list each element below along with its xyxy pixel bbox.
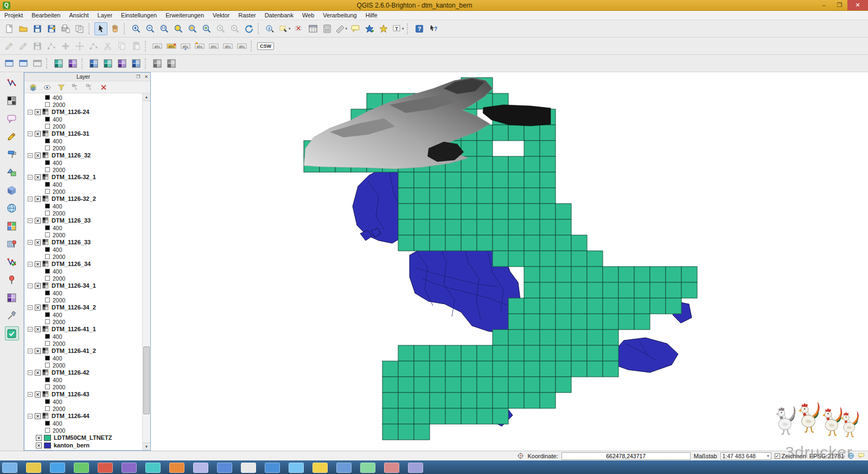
taskbar-app-icon[interactable] bbox=[408, 463, 423, 473]
new-spatialite-layer-button[interactable] bbox=[5, 273, 19, 287]
label-change-button[interactable]: abc bbox=[235, 40, 248, 53]
layer-checkbox[interactable]: ✕ bbox=[35, 239, 41, 245]
render-checkbox[interactable]: ✓ Zeichnen bbox=[775, 453, 806, 459]
copy-features-button[interactable] bbox=[116, 40, 129, 53]
delete-selected-button[interactable] bbox=[87, 40, 100, 53]
taskbar-app-icon[interactable] bbox=[312, 463, 328, 473]
minimize-button[interactable]: – bbox=[816, 0, 832, 10]
composer-manager-button[interactable] bbox=[73, 22, 86, 35]
db-tool-3-button[interactable] bbox=[116, 57, 129, 70]
label-settings-button[interactable]: abc bbox=[151, 40, 164, 53]
taskbar-app-icon[interactable] bbox=[193, 463, 208, 473]
label-show-hide-button[interactable]: abc bbox=[207, 40, 220, 53]
layer-tree-item[interactable]: − ✕ DTM_1126_32 bbox=[24, 151, 142, 159]
pan-map-button[interactable] bbox=[108, 22, 122, 35]
collapse-icon[interactable]: − bbox=[28, 240, 33, 245]
menu-projekt[interactable]: Projekt bbox=[0, 11, 27, 19]
new-shapefile-layer-button[interactable] bbox=[5, 255, 19, 269]
layer-checkbox[interactable]: ✕ bbox=[35, 196, 41, 202]
layer-tree-item[interactable]: − ✕ DTM_1126-44 bbox=[24, 412, 142, 420]
add-csw-layer-button[interactable] bbox=[5, 290, 19, 305]
label-highlight-button[interactable]: abc bbox=[165, 40, 178, 53]
spatial-query-button[interactable] bbox=[165, 57, 178, 70]
layer-checkbox[interactable]: ✕ bbox=[35, 413, 41, 419]
menu-layer[interactable]: Layer bbox=[93, 11, 117, 19]
text-annotation-button[interactable]: T▾ bbox=[391, 22, 405, 35]
identify-features-button[interactable]: i bbox=[264, 22, 277, 35]
add-wms-layer-button[interactable] bbox=[5, 183, 19, 197]
add-spatialite-layer-button[interactable] bbox=[5, 129, 19, 143]
collapse-icon[interactable]: − bbox=[28, 370, 33, 375]
db-tool-4-button[interactable] bbox=[130, 57, 143, 70]
db-tool-1-button[interactable] bbox=[87, 57, 100, 70]
select-features-button[interactable]: ▾ bbox=[278, 22, 291, 35]
menu-hilfe[interactable]: Hilfe bbox=[361, 11, 382, 19]
open-attribute-table-button[interactable] bbox=[307, 22, 320, 35]
layer-checkbox[interactable]: ✕ bbox=[35, 153, 41, 159]
collapse-icon[interactable]: − bbox=[28, 197, 33, 201]
coordinate-input[interactable] bbox=[561, 452, 691, 460]
layer-tree-item[interactable]: − ✕ DTM_1126_33 bbox=[24, 217, 142, 224]
add-oracle-layer-button[interactable] bbox=[5, 165, 19, 179]
zoom-out-button[interactable] bbox=[144, 22, 157, 35]
layer-tree-item[interactable]: − ✕ DTM_1126_34 bbox=[24, 260, 142, 268]
panel-float-button[interactable]: ❐ bbox=[134, 73, 142, 80]
cut-features-button[interactable] bbox=[101, 40, 114, 53]
taskbar-app-icon[interactable] bbox=[145, 463, 161, 473]
scroll-up-arrow[interactable]: ▲ bbox=[143, 93, 150, 101]
menu-erweiterungen[interactable]: Erweiterungen bbox=[161, 11, 208, 19]
map-canvas[interactable] bbox=[151, 72, 868, 451]
crs-status-button[interactable]: EPSG:21781 bbox=[809, 453, 844, 459]
expand-all-button[interactable] bbox=[70, 83, 81, 92]
layer-tree-item[interactable]: − ✕ DTM_1126-34_1 bbox=[24, 282, 142, 289]
collapse-icon[interactable]: − bbox=[28, 327, 33, 332]
panel-close-button[interactable]: ✕ bbox=[142, 73, 150, 80]
open-project-button[interactable] bbox=[17, 22, 30, 35]
maximize-button[interactable]: ❐ bbox=[832, 0, 847, 10]
save-layer-edits-button[interactable] bbox=[31, 40, 44, 53]
layer-checkbox[interactable]: ✕ bbox=[35, 305, 41, 311]
offline-editing-sync-button[interactable] bbox=[66, 57, 79, 70]
layer-checkbox[interactable]: ✕ bbox=[35, 174, 41, 180]
zoom-layer-button[interactable] bbox=[200, 22, 213, 35]
menu-verarbeitung[interactable]: Verarbeitung bbox=[318, 11, 361, 19]
taskbar-app-icon[interactable] bbox=[241, 463, 256, 473]
menu-ansicht[interactable]: Ansicht bbox=[65, 11, 93, 19]
collapse-icon[interactable]: − bbox=[28, 175, 33, 180]
add-raster-layer-button[interactable] bbox=[5, 93, 19, 108]
layer-tree-item[interactable]: − ✕ DTM_1126-32_1 bbox=[24, 173, 142, 181]
scroll-down-arrow[interactable]: ▼ bbox=[143, 443, 150, 450]
zoom-next-button[interactable] bbox=[228, 22, 241, 35]
zoom-selection-button[interactable] bbox=[186, 22, 199, 35]
add-wfs-layer-button[interactable] bbox=[5, 219, 19, 233]
label-move-button[interactable]: abc bbox=[179, 40, 192, 53]
scrollbar-thumb[interactable] bbox=[143, 346, 150, 414]
taskbar-app-icon[interactable] bbox=[98, 463, 113, 473]
layer-tree-item[interactable]: ✕ kanton_bern bbox=[24, 441, 142, 449]
close-button[interactable]: ✕ bbox=[847, 0, 868, 10]
menu-einstellungen[interactable]: Einstellungen bbox=[117, 11, 161, 19]
layer-checkbox[interactable]: ✕ bbox=[35, 283, 41, 289]
messages-icon[interactable] bbox=[858, 452, 865, 459]
layer-checkbox[interactable]: ✕ bbox=[35, 348, 41, 354]
collapse-icon[interactable]: − bbox=[28, 305, 33, 310]
db-tool-2-button[interactable] bbox=[101, 57, 114, 70]
manage-layer-visibility-button[interactable] bbox=[42, 83, 53, 92]
layer-tree-item[interactable]: − ✕ DTM_1126-34_2 bbox=[24, 304, 142, 311]
save-project-as-button[interactable] bbox=[45, 22, 58, 35]
zoom-last-button[interactable] bbox=[214, 22, 227, 35]
csw-button[interactable]: CSW bbox=[257, 40, 275, 53]
new-project-button[interactable] bbox=[3, 22, 16, 35]
collapse-icon[interactable]: − bbox=[28, 153, 33, 158]
touch-zoom-pan-button[interactable] bbox=[94, 22, 107, 35]
node-tool-button[interactable] bbox=[45, 40, 58, 53]
collapse-icon[interactable]: − bbox=[28, 392, 33, 397]
taskbar-app-icon[interactable] bbox=[169, 463, 184, 473]
deselect-features-button[interactable] bbox=[292, 22, 305, 35]
taskbar-app-icon[interactable] bbox=[265, 463, 280, 473]
layer-checkbox[interactable]: ✕ bbox=[35, 261, 41, 267]
add-postgis-layer-button[interactable] bbox=[5, 111, 19, 125]
layer-checkbox[interactable]: ✕ bbox=[35, 326, 41, 332]
layer-checkbox[interactable]: ✕ bbox=[35, 109, 41, 115]
new-print-composer-button[interactable] bbox=[59, 22, 72, 35]
